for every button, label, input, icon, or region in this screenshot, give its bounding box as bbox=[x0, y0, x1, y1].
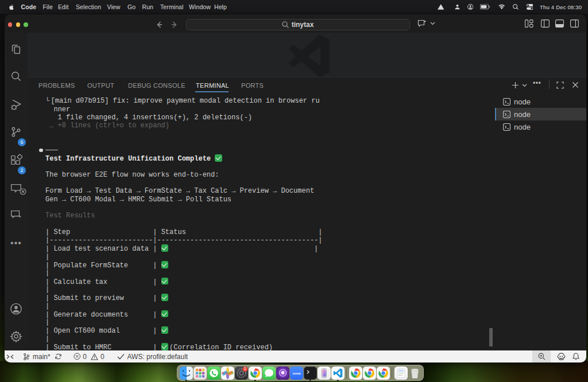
svg-text:1: 1 bbox=[244, 367, 246, 371]
svg-text:zoom: zoom bbox=[292, 372, 300, 375]
